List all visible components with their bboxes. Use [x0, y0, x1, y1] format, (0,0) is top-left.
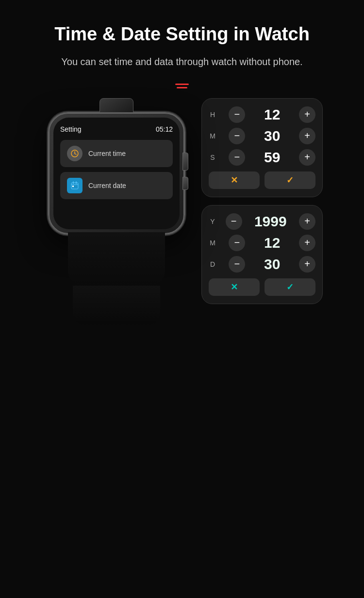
- watch-setting-label: Setting: [60, 125, 82, 133]
- time-cancel-button[interactable]: ✕: [209, 171, 260, 189]
- day-decrement-button[interactable]: −: [229, 256, 245, 273]
- second-value: 59: [258, 149, 287, 166]
- hour-row: H − 12 +: [209, 106, 315, 123]
- day-label: D: [209, 260, 216, 268]
- strap-extension: [73, 286, 160, 325]
- time-confirm-button[interactable]: ✓: [265, 171, 315, 189]
- date-month-value: 12: [258, 235, 287, 251]
- date-panel-actions: ✕ ✓: [209, 278, 315, 296]
- day-value: 30: [258, 256, 287, 273]
- minute-value: 30: [258, 128, 287, 144]
- year-value: 1999: [251, 213, 290, 230]
- time-panel: H − 12 + M − 30 + S − 59 + ✕ ✓: [201, 98, 323, 197]
- year-row: Y − 1999 +: [209, 213, 315, 230]
- clock-icon: [67, 146, 83, 161]
- date-month-label: M: [209, 239, 216, 247]
- date-panel: Y − 1999 + M − 12 + D − 30 + ✕ ✓: [201, 205, 323, 304]
- hour-increment-button[interactable]: +: [299, 106, 315, 123]
- hour-decrement-button[interactable]: −: [229, 106, 245, 123]
- minute-label: M: [209, 132, 216, 140]
- second-label: S: [209, 154, 216, 161]
- watch-crown-top: [99, 98, 133, 113]
- minute-increment-button[interactable]: +: [299, 128, 315, 144]
- watch-body: Setting 05:12 Current time: [49, 113, 184, 234]
- hour-value: 12: [258, 106, 287, 123]
- svg-line-2: [75, 154, 76, 154]
- page-subtitle: You can set time and data through watch …: [54, 54, 310, 69]
- hour-label: H: [209, 111, 216, 119]
- minute-row: M − 30 +: [209, 128, 315, 144]
- current-date-label: Current date: [88, 182, 126, 189]
- year-increment-button[interactable]: +: [299, 213, 315, 230]
- menu-icon: [175, 84, 189, 88]
- watch-strap-bottom: [49, 232, 184, 286]
- year-decrement-button[interactable]: −: [226, 213, 242, 230]
- second-increment-button[interactable]: +: [299, 149, 315, 166]
- date-confirm-button[interactable]: ✓: [265, 278, 315, 296]
- day-increment-button[interactable]: +: [299, 256, 315, 273]
- strap-body: [68, 232, 165, 286]
- minute-decrement-button[interactable]: −: [229, 128, 245, 144]
- date-month-row: M − 12 +: [209, 235, 315, 251]
- panels-container: H − 12 + M − 30 + S − 59 + ✕ ✓: [201, 98, 323, 304]
- day-row: D − 30 +: [209, 256, 315, 273]
- watch-menu-current-time[interactable]: Current time: [60, 140, 173, 167]
- current-time-label: Current time: [88, 150, 126, 157]
- second-row: S − 59 +: [209, 149, 315, 166]
- watch-screen: Setting 05:12 Current time: [53, 118, 180, 229]
- time-panel-actions: ✕ ✓: [209, 171, 315, 189]
- watch-outer: Setting 05:12 Current time: [49, 98, 184, 286]
- date-cancel-button[interactable]: ✕: [209, 278, 260, 296]
- date-month-decrement-button[interactable]: −: [229, 235, 245, 251]
- menu-line-2: [177, 87, 187, 88]
- second-decrement-button[interactable]: −: [229, 149, 245, 166]
- main-content: Setting 05:12 Current time: [0, 98, 364, 304]
- watch-status-bar: Setting 05:12: [60, 125, 173, 133]
- watch-time-display: 05:12: [156, 125, 173, 133]
- watch-container: Setting 05:12 Current time: [41, 98, 192, 286]
- date-month-increment-button[interactable]: +: [299, 235, 315, 251]
- page-title: Time & Date Setting in Watch: [54, 23, 310, 46]
- page-header: Time & Date Setting in Watch You can set…: [25, 0, 339, 79]
- calendar-icon: [67, 178, 83, 193]
- svg-rect-7: [72, 186, 74, 187]
- year-label: Y: [209, 218, 216, 225]
- menu-line-1: [175, 84, 189, 85]
- watch-menu-current-date[interactable]: Current date: [60, 172, 173, 199]
